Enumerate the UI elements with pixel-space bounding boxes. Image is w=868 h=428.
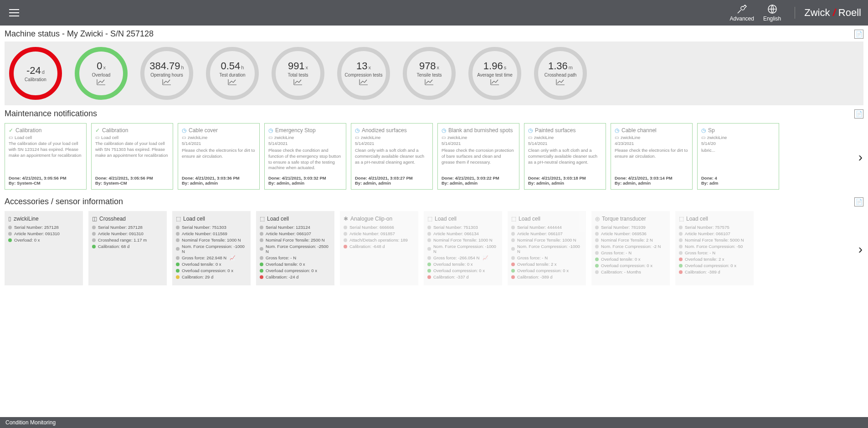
notification-card[interactable]: ◷Anodized surfaces▭zwickiLine5/14/2021Cl… [351,123,433,190]
machine-icon: ▯ [8,216,11,222]
accessory-row: Article Number: 091310 [92,231,163,236]
accessory-card[interactable]: ✱Analogue Clip-onSerial Number: 666666Ar… [340,211,418,285]
notification-card[interactable]: ◷Painted surfaces▭zwickiLine5/14/2021Cle… [524,123,606,190]
notification-card[interactable]: ◷Cable channel▭zwickiLine4/23/2021Please… [611,123,693,190]
accessory-row: Article Number: 066107 [679,231,750,236]
status-export-button[interactable]: 📄 [854,30,863,39]
notification-card[interactable]: ◷Blank and burnished spots▭zwickiLine5/1… [437,123,519,190]
status-dot [427,263,431,266]
language-label: English [763,15,781,22]
accessory-row: Gross force: - N [260,255,331,260]
device-icon: ▭ [442,135,446,140]
accessory-row: Nominal Force Tensile: 2500 N [260,237,331,242]
gauge-calibration[interactable]: -24dCalibration [9,47,62,100]
gauge-tensile-tests[interactable]: 978xTensile tests [403,47,456,100]
accessory-row: Overload compression: 0 x [679,263,750,268]
status-dot [260,269,263,273]
accessory-row: Article Number: 069536 [595,231,666,236]
gauge-compression-tests[interactable]: 13xCompression tests [337,47,390,100]
status-dot [92,245,96,248]
accessory-card[interactable]: ⬚Load cellSerial Number: 444444Article N… [508,211,586,285]
accessory-row: Overload compression: 0 x [176,268,247,273]
notification-card[interactable]: ◷Sp▭zwickiLine5/14/20lubric...Done: 4By:… [697,123,779,190]
accessory-row: Overload tensile: 0 x [427,262,498,267]
accessories-section: Accessories / sensor information 📄 ▯zwic… [0,193,868,289]
status-dot [260,263,263,266]
accessory-row: Overload tensile: 0 x [595,257,666,262]
accessory-row: Nom. Force Compression: -1000 N [176,244,247,254]
notification-card[interactable]: ✓Calibration▭Load cellThe calibration da… [91,123,173,190]
status-dot [511,263,515,266]
chart-icon [97,79,106,87]
status-dot [511,256,515,260]
accessories-export-button[interactable]: 📄 [854,197,863,206]
status-dot [679,245,683,248]
accessory-row: Overload tensile: 0 x [176,262,247,267]
chart-icon [556,79,565,87]
accessory-row: Serial Number: 781939 [595,225,666,230]
status-dot [595,258,599,261]
gauge-test-duration[interactable]: 0.54hTest duration [206,47,259,100]
notification-card[interactable]: ◷Cable cover▭zwickiLine5/14/2021Please c… [178,123,260,190]
accessory-card[interactable]: ▯zwickiLineSerial Number: 257128Article … [5,211,83,285]
accessory-row: Nom. Force Compression: -1000 N [511,244,582,254]
check-icon: ✓ [95,127,100,134]
status-dot [679,258,683,261]
gauge-operating-hours[interactable]: 384.79hOperating hours [140,47,193,100]
torque-icon: ◎ [595,216,600,222]
accessory-card[interactable]: ⬚Load cellSerial Number: 123124Article N… [256,211,334,285]
status-dot [595,232,599,236]
gauge-total-tests[interactable]: 991xTotal tests [272,47,324,100]
accessory-card[interactable]: ⬚Load cellSerial Number: 757575Article N… [675,211,754,285]
gauge-average-test-time[interactable]: 1.96sAverage test time [468,47,521,100]
accessory-row: Gross force: - N [511,255,582,260]
chart-icon [359,79,368,87]
accessory-card[interactable]: ⬚Load cellSerial Number: 751303Article N… [424,211,502,285]
accessory-card[interactable]: ⬚Load cellSerial Number: 751303Article N… [172,211,251,285]
accessories-next-button[interactable]: › [858,242,863,257]
status-dot [260,275,263,279]
accessories-title: Accessories / sensor information [5,197,123,206]
notifications-export-button[interactable]: 📄 [854,109,863,119]
language-button[interactable]: English [763,4,781,22]
accessory-row: Nom. Force Compression: -1000 N [427,244,498,254]
notifications-next-button[interactable]: › [858,150,863,165]
status-dot [260,238,263,242]
logo-right: Roell [838,7,861,18]
accessory-card[interactable]: ◎Torque transducerSerial Number: 781939A… [591,211,670,285]
status-dot [344,245,347,248]
accessory-row: Overload tensile: 2 x [679,257,750,262]
status-dot [176,238,180,242]
notifications-title: Maintenance notifications [5,109,97,119]
wrench-icon [736,4,747,15]
menu-button[interactable] [7,5,21,21]
status-dot [427,232,431,236]
mini-chart-icon: 📈 [230,255,235,260]
advanced-button[interactable]: Advanced [730,4,754,22]
accessory-card[interactable]: ◫CrossheadSerial Number: 257128Article N… [88,211,167,285]
status-dot [260,232,263,236]
status-dot [427,238,431,242]
status-dot [679,270,683,274]
gauge-overload[interactable]: 0xOverload [75,47,128,100]
accessory-row: Calibration: -389 d [511,274,582,279]
status-title: Machine status - My Zwicki - S/N 257128 [5,29,154,39]
loadcell-icon: ⬚ [427,216,432,222]
logo-left: Zwick [804,7,830,18]
logo: Zwick / Roell [795,7,861,19]
accessory-row: Nom. Force Compression: -2500 N [260,244,331,254]
accessories-row: ▯zwickiLineSerial Number: 257128Article … [5,209,863,289]
accessory-row: Nominal Force Tensile: 1000 N [427,237,498,242]
accessory-row: Overload compression: 0 x [260,268,331,273]
status-dot [427,247,431,251]
clock-icon: ◷ [182,127,186,134]
status-dot [427,256,431,260]
status-dot [344,232,347,236]
notification-card[interactable]: ◷Emergency Stop▭zwickiLine5/14/2021Pleas… [264,123,346,190]
device-icon: ▭ [268,135,272,140]
gauge-crosshead-path[interactable]: 1.36mCrosshead path [534,47,587,100]
status-dot [176,269,180,273]
status-dot [595,238,599,242]
notification-card[interactable]: ✓Calibration▭Load cellThe calibration da… [5,123,87,190]
status-dot [511,269,515,273]
